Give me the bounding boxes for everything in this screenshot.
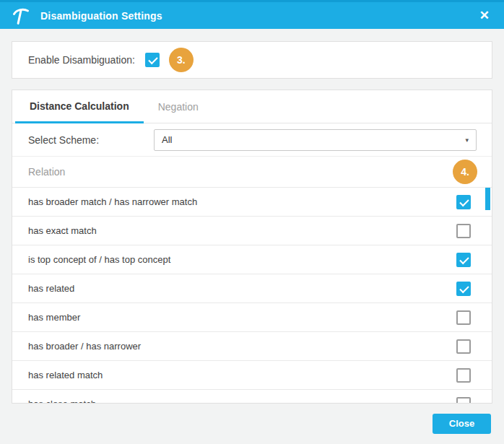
select-scheme-label: Select Scheme:: [28, 134, 154, 146]
dialog-titlebar: Disambiguation Settings ✕: [0, 0, 504, 29]
scrollbar-thumb[interactable]: [485, 188, 490, 210]
relation-checkbox[interactable]: [456, 339, 471, 354]
relation-checkbox[interactable]: [456, 397, 471, 404]
relation-checkbox[interactable]: [456, 368, 471, 383]
disambiguation-settings-card: Distance Calculation Negation Select Sch…: [12, 90, 492, 404]
enable-disambiguation-card: Enable Disambiguation: 3.: [12, 41, 492, 79]
close-icon[interactable]: ✕: [477, 8, 492, 23]
close-button[interactable]: Close: [433, 414, 491, 434]
relation-row: has member: [12, 302, 492, 331]
relation-checkbox[interactable]: [456, 253, 471, 267]
relation-label: has broader / has narrower: [28, 341, 141, 352]
relation-checkbox[interactable]: [456, 310, 471, 325]
relation-label: has member: [28, 312, 80, 323]
relation-label: has related match: [28, 370, 103, 380]
relation-row: is top concept of / has top concept: [12, 245, 492, 274]
relation-label: is top concept of / has top concept: [28, 254, 170, 265]
chevron-down-icon: ▾: [465, 136, 469, 144]
relation-label: has related: [28, 283, 74, 294]
enable-disambiguation-label: Enable Disambiguation:: [28, 54, 135, 66]
step-badge-4: 4.: [453, 160, 477, 184]
scheme-select[interactable]: All ▾: [154, 129, 477, 151]
scheme-select-value: All: [162, 134, 172, 145]
relation-list: has broader match / has narrower match h…: [12, 187, 492, 404]
relation-row: has broader / has narrower: [12, 331, 492, 360]
relation-row: has related: [12, 274, 492, 302]
enable-disambiguation-checkbox[interactable]: [145, 53, 160, 67]
tab[interactable]: Distance Calculation: [15, 90, 144, 123]
relation-checkbox[interactable]: [456, 195, 471, 209]
relation-header-row: Relation 4.: [12, 157, 492, 187]
step-badge-3: 3.: [169, 48, 194, 72]
relation-checkbox[interactable]: [456, 282, 471, 296]
poolparty-logo-icon: [12, 6, 30, 26]
relation-row: has close match: [12, 389, 492, 404]
relation-checkbox[interactable]: [456, 224, 471, 238]
relation-label: has exact match: [28, 225, 97, 236]
tab[interactable]: Negation: [144, 90, 213, 123]
relation-row: has related match: [12, 360, 492, 389]
select-scheme-row: Select Scheme: All ▾: [12, 123, 492, 157]
relation-column-header: Relation: [28, 166, 65, 178]
dialog-footer: Close: [0, 414, 491, 434]
tab-bar: Distance Calculation Negation: [12, 90, 492, 123]
relation-label: has broader match / has narrower match: [28, 196, 197, 207]
relation-row: has exact match: [12, 216, 492, 245]
relation-row: has broader match / has narrower match: [12, 187, 492, 216]
dialog-title: Disambiguation Settings: [40, 10, 162, 22]
relation-label: has close match: [28, 399, 96, 404]
